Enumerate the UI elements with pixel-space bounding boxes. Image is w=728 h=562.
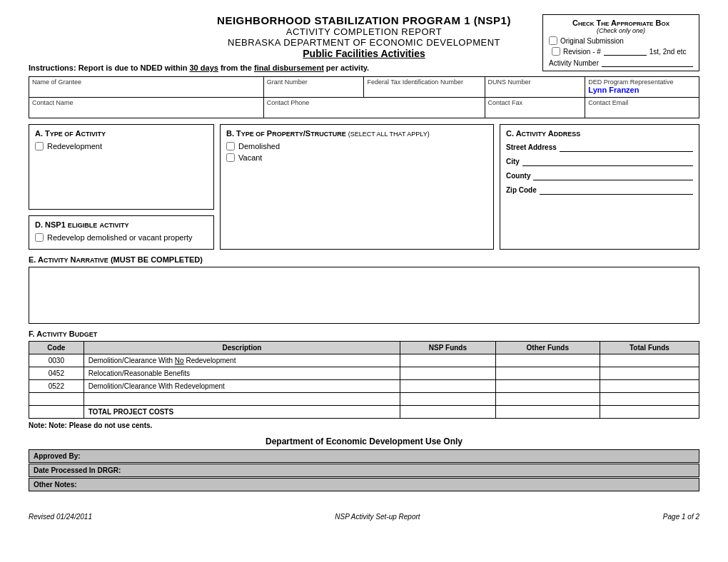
total-desc: TOTAL PROJECT COSTS <box>84 406 400 419</box>
grantee-value[interactable] <box>32 86 261 96</box>
section-a-heading: TYPE OF ACTIVITY <box>45 129 106 138</box>
grantee-label: Name of Grantee <box>32 78 261 86</box>
zip-field[interactable] <box>540 185 693 195</box>
nsp-0452[interactable] <box>400 367 495 380</box>
fed-tax-value[interactable] <box>367 86 481 96</box>
original-submission-checkbox[interactable] <box>549 36 557 45</box>
check-box-sub: (Check only one) <box>549 27 693 34</box>
activity-number-field[interactable] <box>602 58 693 67</box>
contact-fax-value[interactable] <box>488 106 582 116</box>
contact-fax-label: Contact Fax <box>488 99 582 106</box>
county-field[interactable] <box>533 170 693 180</box>
revision-suffix: 1st, 2nd etc <box>649 48 687 56</box>
section-a: A. TYPE OF ACTIVITY Redevelopment <box>29 124 214 210</box>
city-row: City <box>506 156 693 166</box>
footer-revised: Revised 01/24/2011 <box>29 513 92 521</box>
col-other: Other Funds <box>495 342 600 354</box>
footer-page: Page 1 of 2 <box>663 513 699 521</box>
note-content: Note: Please do not use cents. <box>49 422 152 429</box>
section-d-heading: NSP1 ELIGIBLE ACTIVITY <box>45 220 128 229</box>
code-empty <box>29 393 84 406</box>
page-footer: Revised 01/24/2011 NSP Activity Set-up R… <box>29 513 699 521</box>
section-e-letter: E. <box>29 255 38 264</box>
col-nsp: NSP Funds <box>400 342 495 354</box>
section-b-title: B. TYPE OF PROPERTY/STRUCTURE (SELECT AL… <box>226 129 487 138</box>
section-e-heading: ACTIVITY NARRATIVE (MUST BE COMPLETED) <box>38 255 203 264</box>
desc-0522: Demolition/Clearance With Redevelopment <box>84 380 400 393</box>
contact-email-value[interactable] <box>588 106 696 116</box>
budget-row-empty <box>29 393 699 406</box>
other-0522[interactable] <box>495 380 600 393</box>
revision-number-field[interactable] <box>604 47 647 56</box>
demolished-checkbox[interactable] <box>226 142 235 150</box>
contact-phone-cell: Contact Phone <box>263 98 485 118</box>
code-0522: 0522 <box>29 380 84 393</box>
contact-name-value[interactable] <box>32 106 261 116</box>
street-field[interactable] <box>560 142 693 152</box>
other-0030[interactable] <box>495 354 600 367</box>
total-total[interactable] <box>600 406 699 419</box>
other-notes-label: Other Notes: <box>34 481 77 489</box>
redevelopment-row: Redevelopment <box>35 142 208 150</box>
total-empty[interactable] <box>600 393 699 406</box>
nsp-0030[interactable] <box>400 354 495 367</box>
revision-checkbox[interactable] <box>552 47 560 56</box>
other-0452[interactable] <box>495 367 600 380</box>
ded-row-approved: Approved By: <box>29 449 699 463</box>
vacant-row: Vacant <box>226 153 487 162</box>
grant-number-value[interactable] <box>267 86 361 96</box>
nsp-0522[interactable] <box>400 380 495 393</box>
code-0452: 0452 <box>29 367 84 380</box>
left-col: A. TYPE OF ACTIVITY Redevelopment D. NSP… <box>29 124 214 250</box>
narrative-input-area[interactable] <box>29 267 699 324</box>
total-0522[interactable] <box>600 380 699 393</box>
section-f-title: F. ACTIVITY BUDGET <box>29 329 699 338</box>
demolished-label: Demolished <box>238 142 280 150</box>
contact-name-cell: Contact Name <box>29 98 264 118</box>
ded-title: Department of Economic Development Use O… <box>29 436 699 446</box>
col-total: Total Funds <box>600 342 699 354</box>
ded-row-notes: Other Notes: <box>29 478 699 491</box>
duns-value[interactable] <box>488 86 582 96</box>
section-c: C. ACTIVITY ADDRESS Street Address City … <box>500 124 699 250</box>
desc-empty <box>84 393 400 406</box>
code-0030: 0030 <box>29 354 84 367</box>
nsp-empty[interactable] <box>400 393 495 406</box>
total-other[interactable] <box>495 406 600 419</box>
contact-phone-value[interactable] <box>267 106 482 116</box>
redevelop-vacant-row: Redevelop demolished or vacant property <box>35 233 208 242</box>
section-b: B. TYPE OF PROPERTY/STRUCTURE (SELECT AL… <box>220 124 494 250</box>
total-nsp[interactable] <box>400 406 495 419</box>
city-label: City <box>506 158 520 165</box>
city-field[interactable] <box>522 156 693 166</box>
date-processed-label: Date Processed In DRGR: <box>34 466 121 474</box>
col-code: Code <box>29 342 84 354</box>
section-f: F. ACTIVITY BUDGET Code Description NSP … <box>29 329 699 429</box>
redevelop-vacant-checkbox[interactable] <box>35 233 44 242</box>
desc-0030: Demolition/Clearance With No Redevelopme… <box>84 354 400 367</box>
check-box-title: Check The Appropriate Box <box>549 19 693 27</box>
other-empty[interactable] <box>495 393 600 406</box>
revision-row: Revision - # 1st, 2nd etc <box>552 47 693 56</box>
total-0030[interactable] <box>600 354 699 367</box>
budget-row-0452: 0452 Relocation/Reasonable Benefits <box>29 367 699 380</box>
budget-table: Code Description NSP Funds Other Funds T… <box>29 341 699 419</box>
footer-center: NSP Activity Set-up Report <box>335 513 420 521</box>
section-d: D. NSP1 ELIGIBLE ACTIVITY Redevelop demo… <box>29 215 214 250</box>
col-description: Description <box>84 342 400 354</box>
street-row: Street Address <box>506 142 693 152</box>
county-label: County <box>506 172 530 180</box>
redevelopment-checkbox[interactable] <box>35 142 44 150</box>
budget-row-0522: 0522 Demolition/Clearance With Redevelop… <box>29 380 699 393</box>
approved-by-label: Approved By: <box>34 452 81 460</box>
redevelopment-label: Redevelopment <box>47 142 102 150</box>
duns-label: DUNS Number <box>488 78 582 86</box>
vacant-checkbox[interactable] <box>226 153 235 162</box>
duns-cell: DUNS Number <box>485 77 585 98</box>
budget-total-row: TOTAL PROJECT COSTS <box>29 406 699 419</box>
total-0452[interactable] <box>600 367 699 380</box>
note-label: Note: <box>29 422 49 429</box>
instructions-bold: Instructions: Report is due to NDED with… <box>29 63 369 72</box>
section-e-title: E. ACTIVITY NARRATIVE (MUST BE COMPLETED… <box>29 255 699 264</box>
contact-email-label: Contact Email <box>588 99 696 106</box>
